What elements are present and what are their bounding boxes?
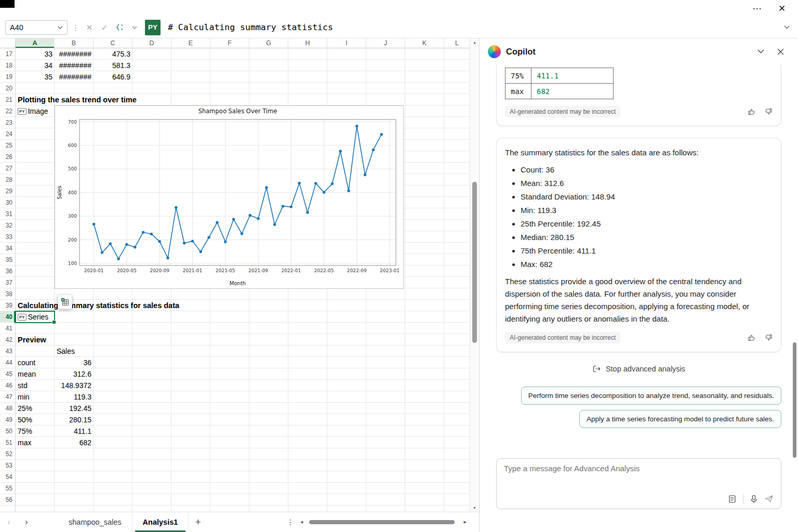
row-header-55[interactable]: 55 [0,483,15,494]
column-header-F[interactable]: F [210,38,249,48]
row-header-30[interactable]: 30 [0,197,15,208]
horizontal-scrollbar[interactable]: ◀ ▶ [300,518,467,526]
scroll-up-icon[interactable]: ▲ [470,41,479,44]
column-header-C[interactable]: C [94,38,132,48]
row-header-50[interactable]: 50 [0,425,15,437]
sheet-tab-Analysis1[interactable]: Analysis1 [132,512,189,532]
cell-B18[interactable]: ######## [55,60,94,71]
cell-B17[interactable]: ######## [55,48,94,60]
row-header-28[interactable]: 28 [0,174,15,185]
row-header-41[interactable]: 41 [0,323,15,334]
horizontal-scrollbar-track[interactable] [305,520,461,525]
cell-A48[interactable]: 25% [16,403,55,414]
copilot-collapse-icon[interactable] [753,44,768,59]
row-header-46[interactable]: 46 [0,380,15,391]
send-icon[interactable] [764,495,774,503]
row-header-35[interactable]: 35 [0,254,15,265]
column-header-D[interactable]: D [132,38,171,48]
row-header-53[interactable]: 53 [0,460,15,471]
row-header-29[interactable]: 29 [0,185,15,197]
vertical-scrollbar[interactable]: ▲ ▼ [470,38,479,512]
cell-B49[interactable]: 280.15 [55,414,94,425]
cell-A46[interactable]: std [16,380,55,391]
row-header-51[interactable]: 51 [0,437,15,448]
name-box[interactable]: A40 [5,20,68,35]
cancel-icon[interactable]: ✕ [83,21,96,34]
window-close-button[interactable]: ✕ [774,2,790,15]
select-all-corner[interactable] [0,38,16,48]
mic-icon[interactable] [750,495,758,503]
vertical-scrollbar-thumb[interactable] [472,182,477,343]
cell-B43[interactable]: Sales [55,345,94,357]
row-header-18[interactable]: 18 [0,60,15,71]
prompt-library-icon[interactable] [728,495,737,503]
cell-A40[interactable]: PYSeries [16,311,50,323]
row-header-21[interactable]: 21 [0,94,15,105]
enter-icon[interactable]: ✓ [98,21,111,34]
namebox-kebab-icon[interactable]: ⋮ [70,23,81,32]
column-header-E[interactable]: E [171,38,210,48]
row-header-20[interactable]: 20 [0,83,15,94]
tabbar-kebab-icon[interactable]: ⋮ [287,512,294,532]
row-header-52[interactable]: 52 [0,448,15,460]
row-header-26[interactable]: 26 [0,151,15,163]
copilot-message-input[interactable] [504,464,774,473]
cell-B46[interactable]: 148.9372 [55,380,94,391]
python-function-icon[interactable] [113,21,126,34]
row-header-42[interactable]: 42 [0,334,15,345]
row-header-19[interactable]: 19 [0,71,15,83]
column-header-G[interactable]: G [249,38,288,48]
column-header-I[interactable]: I [327,38,366,48]
scroll-left-icon[interactable]: ◀ [300,520,303,524]
column-header-H[interactable]: H [288,38,327,48]
cell-A19[interactable]: 35 [16,71,55,83]
row-header-31[interactable]: 31 [0,208,15,220]
column-header-A[interactable]: A [16,38,55,48]
cell-A17[interactable]: 33 [16,48,55,60]
row-header-54[interactable]: 54 [0,471,15,483]
row-header-33[interactable]: 33 [0,231,15,243]
column-header-L[interactable]: L [444,38,470,48]
suggestion-chip-2[interactable]: Apply a time series forecasting model to… [579,410,781,428]
add-sheet-button[interactable]: + [189,512,207,532]
cell-A51[interactable]: max [16,437,55,448]
cell-B51[interactable]: 682 [55,437,94,448]
row-header-39[interactable]: 39 [0,300,15,311]
cell-B19[interactable]: ######## [55,71,94,83]
copilot-scrollbar-thumb[interactable] [793,342,796,458]
row-header-22[interactable]: 22 [0,105,15,117]
cell-C17[interactable]: 475.3 [94,48,132,60]
sheet-tab-shampoo_sales[interactable]: shampoo_sales [58,512,132,532]
stop-advanced-analysis-button[interactable]: Stop advanced analysis [496,365,781,373]
cell-B47[interactable]: 119.3 [55,391,94,403]
window-more-button[interactable]: ⋯ [749,2,765,15]
cell-A39[interactable]: Calculating summary statistics for sales… [16,300,181,311]
column-header-K[interactable]: K [405,38,444,48]
tabs-back-icon[interactable]: ‹ [0,512,18,532]
cell-A49[interactable]: 50% [16,414,55,425]
row-header-38[interactable]: 38 [0,288,15,300]
suggestion-chip-1[interactable]: Perform time series decomposition to ana… [521,387,781,405]
cell-B45[interactable]: 312.6 [55,368,94,380]
embedded-chart[interactable]: 1002003004005006007002020-012020-052020-… [55,105,404,289]
row-header-49[interactable]: 49 [0,414,15,425]
formula-input[interactable]: # Calculating summary statistics [168,22,778,32]
row-header-17[interactable]: 17 [0,48,15,60]
insert-data-button[interactable] [58,295,72,309]
row-header-36[interactable]: 36 [0,265,15,277]
row-header-27[interactable]: 27 [0,163,15,174]
cell-A44[interactable]: count [16,357,55,368]
row-header-23[interactable]: 23 [0,117,15,128]
copilot-close-icon[interactable] [773,44,788,59]
horizontal-scrollbar-thumb[interactable] [309,520,454,524]
cell-B44[interactable]: 36 [55,357,94,368]
copilot-input-box[interactable] [496,458,781,509]
row-header-44[interactable]: 44 [0,357,15,368]
row-header-56[interactable]: 56 [0,494,15,506]
row-header-25[interactable]: 25 [0,140,15,151]
cell-C19[interactable]: 646.9 [94,71,132,83]
row-header-47[interactable]: 47 [0,391,15,403]
cell-C18[interactable]: 581.3 [94,60,132,71]
cell-A45[interactable]: mean [16,368,55,380]
row-header-40[interactable]: 40 [0,311,15,323]
